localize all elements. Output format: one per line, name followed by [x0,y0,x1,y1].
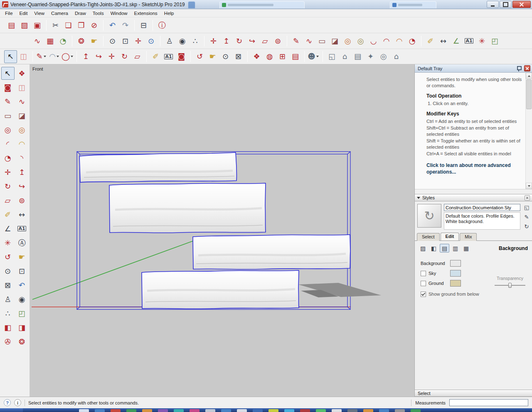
taskbar-app-icon[interactable] [253,409,263,412]
text-tool[interactable]: A1 [463,34,475,47]
trimble-connect-tool[interactable]: ◎ [377,50,390,63]
line-tool[interactable]: ✎ [290,34,303,47]
redo-tool[interactable]: ↷ [119,19,132,32]
rotate-tool[interactable]: ↻ [1,180,15,193]
windows-taskbar[interactable] [0,408,532,412]
arc-tool[interactable]: ◠ [48,50,61,63]
cut-tool[interactable]: ✂ [49,19,62,32]
zoom-extents-tool[interactable]: ⊠ [1,279,15,292]
follow-me-tool[interactable]: ↪ [92,50,105,63]
line-tool[interactable]: ✎ [1,95,15,108]
select-panel-header[interactable]: Select [415,390,532,397]
pie-tool[interactable]: ◔ [1,152,15,164]
protractor-tool[interactable]: ∠ [1,222,15,235]
generate-report-tool[interactable]: ▤ [289,50,302,63]
eraser-tool[interactable]: ◫ [17,50,30,63]
share-model-tool[interactable]: ⌂ [338,50,351,63]
modeling-settings-icon[interactable]: ▦ [461,244,471,253]
taskbar-app-icon[interactable] [142,409,152,412]
hand-tool-tool[interactable]: ☛ [88,34,101,47]
scale-tool[interactable]: ▱ [131,50,144,63]
scale-tool[interactable]: ▱ [259,34,271,47]
make-component-tool[interactable]: ❖ [15,67,29,80]
minimize-button[interactable] [487,1,499,8]
model-canvas[interactable]: Front [30,64,414,397]
taskbar-app-icon[interactable] [221,409,231,412]
circle-tool[interactable]: ◎ [341,34,354,47]
freehand-tool[interactable]: ∿ [303,34,315,47]
arc-tool[interactable]: ◜ [1,137,15,150]
circle-tool[interactable]: ◎ [1,123,15,136]
move-tool[interactable]: ✛ [1,166,15,179]
menu-extensions[interactable]: Extensions [131,10,161,17]
walk-tool[interactable]: ∴ [1,307,15,320]
protractor-tool[interactable]: ∠ [450,34,463,47]
secondary-pane-icon[interactable]: ◱ [523,204,530,211]
add-location-tool[interactable]: ✇ [1,335,15,348]
shadows-tool[interactable]: ❂ [15,335,29,348]
tape-measure-tool[interactable]: ✐ [1,208,15,221]
look-around-tool[interactable]: ◉ [15,293,29,306]
pan-tool[interactable]: ☛ [206,50,219,63]
ground-checkbox[interactable] [421,281,426,286]
eraser-tool[interactable]: ◫ [15,81,29,94]
taskbar-app-icon[interactable] [379,409,389,412]
rectangle-tool[interactable]: ▭ [315,34,328,47]
taskbar-app-icon[interactable] [300,409,310,412]
move-tool[interactable]: ✛ [207,34,220,47]
rotate-tool[interactable]: ↻ [118,50,131,63]
orbit-tool[interactable]: ↺ [193,50,206,63]
taskbar-app-icon[interactable] [332,409,342,412]
erase-tool[interactable]: ⊘ [88,19,101,32]
taskbar-app-icon[interactable] [158,409,168,412]
dropdown-caret-icon[interactable] [70,51,74,63]
zoom-tool[interactable]: ⊙ [219,50,232,63]
axes-tool[interactable]: ✳ [475,34,488,47]
tape-measure-tool[interactable]: ✐ [424,34,437,47]
line-tool[interactable]: ✎ [35,50,48,63]
taskbar-app-icon[interactable] [363,409,373,412]
update-style-icon[interactable]: ↻ [523,223,530,230]
style-name-input[interactable] [444,204,520,211]
dropdown-caret-icon[interactable] [56,51,60,63]
dropdown-caret-icon[interactable] [315,51,320,63]
measurements-input[interactable] [449,399,528,406]
taskbar-app-icon[interactable] [268,409,278,412]
taskbar-app-icon[interactable] [79,409,89,412]
offset-tool[interactable]: ⊚ [271,34,284,47]
show-ground-checkbox[interactable] [421,292,426,297]
scrollbar-track[interactable] [526,79,532,183]
taskbar-app-icon[interactable] [95,409,105,412]
edge-settings-icon[interactable]: ▨ [418,244,428,253]
smoove-tool[interactable]: ◔ [57,34,69,47]
credits-icon[interactable]: i [14,399,21,406]
transparency-slider[interactable] [495,282,525,288]
close-button[interactable] [512,1,531,8]
component-attributes-tool[interactable]: ⊞ [276,50,289,63]
watermark-settings-icon[interactable]: ▥ [451,244,460,253]
make-component-tool[interactable]: ❖ [250,50,263,63]
select-tool[interactable]: ↖ [1,67,15,80]
axes-tool[interactable]: ✳ [1,236,15,249]
position-camera-tool[interactable]: ♙ [1,293,15,306]
face-settings-icon[interactable]: ◧ [429,244,438,253]
maximize-button[interactable] [500,1,512,8]
text-tool[interactable]: A1 [162,50,175,63]
new-tool[interactable]: ▤ [5,19,18,32]
3d-warehouse-tool[interactable]: ◱ [325,50,338,63]
rotated-rectangle-tool[interactable]: ◪ [328,34,341,47]
menu-view[interactable]: View [31,10,48,17]
section-fill-tool[interactable]: ◧ [1,321,15,334]
taskbar-app-icon[interactable] [126,409,136,412]
taskbar-app-icon[interactable] [111,409,121,412]
styles-panel-header[interactable]: Styles [415,194,532,201]
rotate-tool[interactable]: ↻ [233,34,246,47]
sign-in-avatar-tool[interactable]: ☻ [307,50,320,63]
zoom-window-tool[interactable]: ⊡ [15,265,29,277]
paste-tool[interactable]: ❐ [75,19,88,32]
taskbar-app-icon[interactable] [395,409,405,412]
share-component-tool[interactable]: ▤ [351,50,364,63]
taskbar-app-icon[interactable] [411,409,421,412]
polygon-tool[interactable]: ◎ [15,123,29,136]
zoom-tool[interactable]: ⊙ [106,34,119,47]
